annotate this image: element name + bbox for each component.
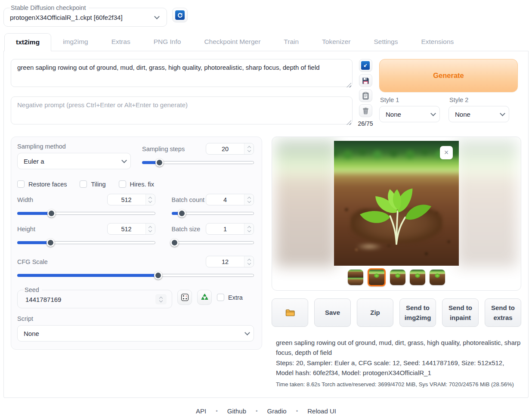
batch-count-input[interactable] (206, 194, 244, 205)
sampling-steps-label: Sampling steps (142, 146, 185, 152)
sampling-steps-input[interactable] (206, 143, 244, 154)
checkpoint-value: protogenX34OfficialR_1.ckpt [60fe2f34] (9, 12, 124, 23)
chevron-down-icon (500, 111, 505, 116)
checkpoint-label: Stable Diffusion checkpoint (10, 4, 89, 11)
separator: • (256, 408, 258, 414)
result-gallery: × (272, 137, 521, 291)
thumbnail[interactable] (430, 270, 445, 285)
generation-info-params: Steps: 20, Sampler: Euler a, CFG scale: … (276, 358, 521, 378)
tab-png-info[interactable]: PNG Info (142, 33, 193, 51)
gallery-backdrop (456, 140, 517, 267)
generation-info: green sapling rowing out of ground, mud,… (272, 338, 521, 389)
open-folder-button[interactable] (272, 298, 308, 327)
restore-faces-checkbox[interactable]: Restore faces (17, 180, 67, 188)
tab-extras[interactable]: Extras (100, 33, 142, 51)
height-slider[interactable] (17, 239, 155, 247)
tab-settings[interactable]: Settings (362, 33, 409, 51)
seed-stepper[interactable] (155, 294, 167, 304)
generate-button[interactable]: Generate (379, 59, 518, 92)
tiling-checkbox[interactable]: Tiling (80, 180, 105, 188)
token-counter: 26/75 (358, 120, 373, 127)
style1-select[interactable]: None (379, 106, 440, 122)
tab-tokenizer[interactable]: Tokenizer (310, 33, 362, 51)
script-label: Script (17, 315, 254, 322)
github-link[interactable]: Github (227, 407, 246, 415)
style1-label: Style 1 (380, 96, 440, 103)
batch-size-stepper[interactable] (244, 224, 254, 234)
sampling-steps-stepper[interactable] (244, 143, 254, 154)
hires-fix-checkbox[interactable]: Hires. fix (119, 180, 154, 188)
apply-style-button[interactable] (359, 89, 372, 102)
clear-prompt-button[interactable] (359, 104, 372, 117)
tab-extensions[interactable]: Extensions (409, 33, 465, 51)
save-button[interactable]: Save (314, 298, 351, 327)
extra-seed-checkbox[interactable]: Extra (217, 294, 243, 301)
prompt-input[interactable]: green sapling rowing out of ground, mud,… (11, 59, 353, 87)
height-stepper[interactable] (145, 224, 155, 234)
batch-count-slider[interactable] (172, 209, 254, 217)
arrow-down-left-icon (361, 61, 370, 70)
batch-count-stepper[interactable] (244, 194, 254, 205)
zip-button[interactable]: Zip (357, 298, 393, 327)
height-label: Height (17, 226, 35, 233)
style2-label: Style 2 (449, 96, 509, 103)
width-input[interactable] (108, 194, 145, 205)
chevron-down-icon (430, 111, 436, 116)
width-label: Width (17, 196, 33, 203)
sapling-illustration (359, 168, 434, 259)
send-to-extras-button[interactable]: Send to extras (485, 298, 521, 327)
close-icon[interactable]: × (440, 146, 453, 159)
tab-train[interactable]: Train (272, 33, 310, 51)
style1-value: None (386, 111, 401, 118)
thumbnail[interactable] (390, 270, 405, 285)
width-slider[interactable] (17, 209, 155, 217)
reload-ui-link[interactable]: Reload UI (307, 407, 336, 415)
separator: • (216, 408, 218, 414)
send-to-inpaint-button[interactable]: Send to inpaint (442, 298, 479, 327)
sampling-method-value: Euler a (24, 158, 44, 165)
checkpoint-row: Stable Diffusion checkpoint protogenX34O… (3, 4, 529, 27)
paste-params-button[interactable] (359, 59, 372, 72)
height-input[interactable] (108, 224, 145, 234)
trash-icon (362, 107, 370, 115)
chevron-down-icon (154, 14, 160, 19)
gradio-link[interactable]: Gradio (267, 407, 287, 415)
recycle-icon (200, 293, 209, 302)
thumbnail[interactable] (410, 270, 425, 285)
checkbox-icon (119, 180, 126, 188)
width-stepper[interactable] (145, 194, 155, 205)
chevron-down-icon (121, 158, 127, 163)
generation-info-prompt: green sapling rowing out of ground, mud,… (276, 338, 521, 357)
checkpoint-dropdown[interactable]: Stable Diffusion checkpoint protogenX34O… (3, 4, 167, 27)
thumbnail-selected[interactable] (368, 268, 386, 286)
tab-txt2img[interactable]: txt2img (4, 33, 51, 51)
reuse-seed-button[interactable] (197, 290, 212, 305)
batch-size-slider[interactable] (172, 239, 254, 247)
generated-image[interactable]: × (334, 141, 459, 266)
generation-settings-panel: Sampling method Euler a Sampling steps (11, 137, 262, 350)
cfg-scale-slider[interactable] (17, 271, 254, 279)
tab-bar: txt2img img2img Extras PNG Info Checkpoi… (3, 33, 529, 51)
style2-select[interactable]: None (448, 106, 509, 122)
tab-checkpoint-merger[interactable]: Checkpoint Merger (192, 33, 272, 51)
send-to-img2img-button[interactable]: Send to img2img (399, 298, 436, 327)
sampling-method-select[interactable]: Euler a (17, 153, 131, 169)
sampling-steps-slider[interactable] (142, 158, 254, 167)
refresh-checkpoints-button[interactable] (172, 8, 188, 22)
dice-icon (180, 293, 189, 302)
batch-size-label: Batch size (172, 226, 201, 233)
style2-value: None (455, 111, 470, 118)
batch-count-label: Batch count (172, 196, 205, 203)
sampling-method-label: Sampling method (17, 143, 131, 150)
tab-img2img[interactable]: img2img (51, 33, 100, 51)
negative-prompt-input[interactable] (11, 96, 353, 124)
thumbnail-grid[interactable] (348, 270, 363, 285)
batch-size-input[interactable] (206, 224, 244, 234)
save-style-button[interactable] (359, 74, 372, 87)
random-seed-button[interactable] (177, 290, 192, 305)
script-select[interactable]: None (17, 325, 254, 341)
cfg-scale-stepper[interactable] (244, 256, 254, 267)
cfg-scale-input[interactable] (206, 256, 244, 267)
api-link[interactable]: API (196, 407, 206, 415)
seed-input[interactable] (23, 295, 155, 304)
